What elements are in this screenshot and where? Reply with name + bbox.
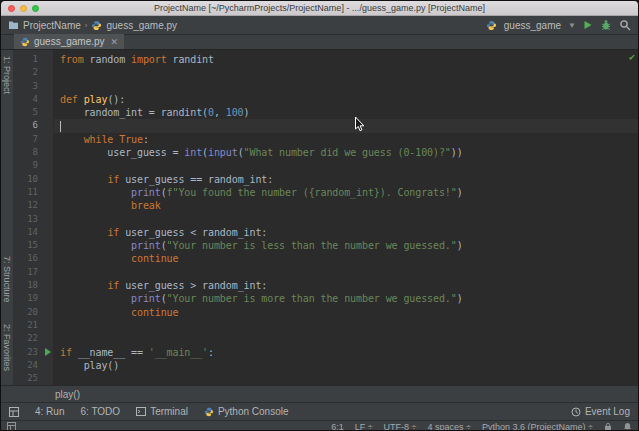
code-line[interactable]: if user_guess < random_int: [54,226,638,239]
code-line[interactable]: while True: [54,133,638,146]
code-line[interactable]: continue [54,306,638,319]
fold-column[interactable] [44,50,54,385]
terminal-icon [136,407,146,416]
code-line[interactable] [54,319,638,332]
nav-project-item[interactable]: ProjectName [23,20,81,31]
search-everywhere-icon[interactable] [619,19,631,31]
code-line[interactable]: from random import randint [54,53,638,66]
line-number[interactable]: 21 [14,319,44,332]
line-number[interactable]: 9 [14,159,44,172]
code-line[interactable] [54,119,638,132]
line-number[interactable]: 19 [14,292,44,305]
interpreter-widget[interactable]: Python 3.6 (ProjectName) ÷ [482,422,593,431]
line-number[interactable]: 16 [14,252,44,265]
run-gutter-icon[interactable] [45,348,51,356]
line-number[interactable]: 12 [14,199,44,212]
editor-tab-guess-game[interactable]: guess_game.py ✕ [14,34,124,49]
line-number[interactable]: 20 [14,306,44,319]
line-number[interactable]: 13 [14,213,44,226]
editor-tab-bar: guess_game.py ✕ [1,35,638,50]
code-editor[interactable]: from random import randintdef play(): ra… [54,50,638,385]
tool-stripe-favorites[interactable]: 2: Favorites [2,324,12,371]
line-number[interactable]: 14 [14,226,44,239]
editor-workspace: 1: Project 7: Structure 2: Favorites 123… [1,50,638,385]
indent-widget[interactable]: 4 spaces ÷ [428,422,471,431]
code-line[interactable]: print("Your number is less than the numb… [54,239,638,252]
zoom-window-button[interactable] [32,5,39,12]
code-line[interactable]: if user_guess == random_int: [54,173,638,186]
code-line[interactable]: continue [54,252,638,265]
notifications-bell-icon[interactable] [623,422,632,431]
code-line[interactable] [54,332,638,345]
line-number[interactable]: 18 [14,279,44,292]
code-line[interactable]: break [54,199,638,212]
run-button[interactable] [583,20,593,30]
main-toolbar: ProjectName › guess_game.py guess_game ▼ [1,16,638,35]
line-number[interactable]: 8 [14,146,44,159]
code-line[interactable]: play() [54,359,638,372]
line-number[interactable]: 1 [14,53,44,66]
code-line[interactable]: if __name__ == '__main__': [54,346,638,359]
line-number[interactable]: 24 [14,359,44,372]
close-window-button[interactable] [8,5,15,12]
status-widgets: 6:1 LF ÷ UTF-8 ÷ 4 spaces ÷ Python 3.6 (… [331,422,632,431]
tool-stripe-project[interactable]: 1: Project [2,56,12,94]
python-file-icon [91,20,102,31]
line-number[interactable]: 22 [14,332,44,345]
code-line[interactable] [54,159,638,172]
close-tab-icon[interactable]: ✕ [111,37,119,47]
caret-position-widget[interactable]: 6:1 [331,422,344,431]
code-line[interactable]: user_guess = int(input("What number did … [54,146,638,159]
python-file-icon [486,20,497,31]
line-number[interactable]: 5 [14,106,44,119]
line-number[interactable]: 3 [14,80,44,93]
encoding-widget[interactable]: UTF-8 ÷ [384,422,417,431]
line-number[interactable]: 11 [14,186,44,199]
terminal-tool-label: Terminal [150,406,188,417]
tool-stripe-structure[interactable]: 7: Structure [2,256,12,303]
line-number[interactable]: 2 [14,66,44,79]
run-configuration-select[interactable]: guess_game [504,20,561,31]
nav-file-item[interactable]: guess_game.py [106,20,177,31]
mouse-cursor [354,116,366,135]
lock-icon[interactable] [604,422,612,431]
navigation-bar: ProjectName › guess_game.py [8,20,177,31]
line-number[interactable]: 15 [14,239,44,252]
line-number[interactable]: 25 [14,372,44,385]
code-line[interactable]: print("Your number is more than the numb… [54,292,638,305]
event-log-button[interactable]: Event Log [571,406,630,417]
debug-bug-icon[interactable] [600,19,612,31]
breadcrumb[interactable]: play() [55,389,80,400]
left-tool-window-stripe: 1: Project 7: Structure 2: Favorites [1,50,14,385]
code-line[interactable] [54,80,638,93]
code-line[interactable]: random_int = randint(0, 100) [54,106,638,119]
code-line[interactable] [54,66,638,79]
event-log-icon [571,407,581,417]
line-number[interactable]: 17 [14,266,44,279]
tool-window-button-python-console[interactable]: Python Console [204,406,289,417]
editor-gutter[interactable]: 1234567891011121314151617181920212223242… [14,50,44,385]
code-line[interactable]: print(f"You found the number ({random_in… [54,186,638,199]
tool-window-switcher-icon[interactable] [9,407,19,417]
line-number[interactable]: 7 [14,133,44,146]
event-log-label: Event Log [585,406,630,417]
line-number[interactable]: 6 [14,119,44,132]
code-line[interactable]: def play(): [54,93,638,106]
code-line[interactable] [54,266,638,279]
code-line[interactable] [54,372,638,385]
minimize-window-button[interactable] [20,5,27,12]
pycharm-window: ProjectName [~/PycharmProjects/ProjectNa… [0,0,639,431]
tool-window-button-run[interactable]: 4: Run [35,406,64,417]
line-number[interactable]: 10 [14,173,44,186]
tool-window-button-todo[interactable]: 6: TODO [80,406,120,417]
titlebar[interactable]: ProjectName [~/PycharmProjects/ProjectNa… [1,1,638,16]
tool-window-button-terminal[interactable]: Terminal [136,406,188,417]
line-separator-widget[interactable]: LF ÷ [355,422,373,431]
code-line[interactable] [54,213,638,226]
line-number[interactable]: 4 [14,93,44,106]
tab-label: guess_game.py [34,36,105,47]
quick-access-icon[interactable] [7,422,16,431]
line-number[interactable]: 23 [14,346,44,359]
code-line[interactable]: if user_guess > random_int: [54,279,638,292]
chevron-down-icon[interactable]: ▼ [568,21,576,30]
